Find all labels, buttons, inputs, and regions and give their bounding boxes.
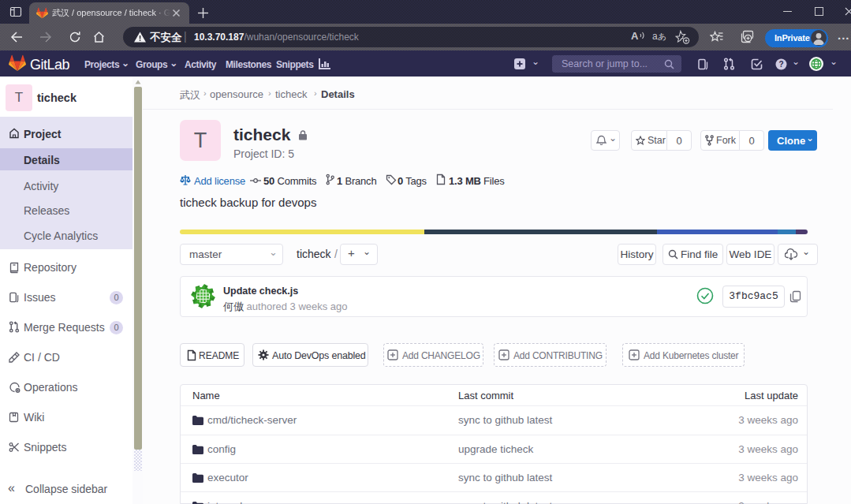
svg-text:?: ? bbox=[778, 60, 783, 69]
